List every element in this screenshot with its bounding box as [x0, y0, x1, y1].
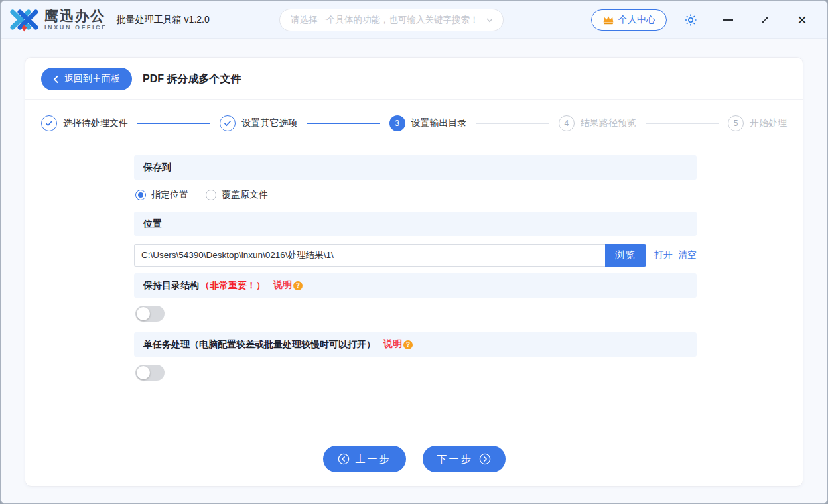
personal-center-button[interactable]: 个人中心 — [591, 9, 667, 31]
step-4-number: 4 — [559, 115, 575, 131]
keep-structure-section-header: 保持目录结构 （非常重要！） 说明 ? — [134, 273, 697, 298]
single-task-title: 单任务处理（电脑配置较差或批量处理较慢时可以打开） — [143, 339, 376, 351]
output-path-input[interactable] — [134, 244, 605, 267]
brand-name-cn: 鹰迅办公 — [44, 9, 107, 23]
close-button[interactable]: × — [789, 7, 815, 33]
step-4-label: 结果路径预览 — [581, 117, 636, 129]
search-placeholder: 请选择一个具体的功能，也可输入关键字搜索！ — [291, 14, 482, 26]
open-folder-link[interactable]: 打开 — [654, 249, 673, 261]
toggle-knob — [137, 366, 150, 379]
radio-specified-location[interactable]: 指定位置 — [135, 189, 188, 201]
step-1-done-icon — [41, 115, 57, 131]
radio-unselected-icon — [206, 190, 216, 200]
keep-structure-title: 保持目录结构 — [143, 280, 199, 292]
crown-icon — [602, 15, 614, 25]
save-to-section-header: 保存到 — [134, 155, 697, 180]
step-1-select-files: 选择待处理文件 — [41, 115, 128, 131]
app-window: 鹰迅办公 INXUN OFFICE 批量处理工具箱 v1.2.0 请选择一个具体… — [0, 0, 828, 504]
wizard-footer: 上一步 下一步 — [25, 436, 803, 486]
resize-diagonal-icon — [760, 15, 770, 25]
save-to-options: 指定位置 覆盖原文件 — [134, 188, 697, 212]
step-2-other-options: 设置其它选项 — [220, 115, 297, 131]
prev-step-button[interactable]: 上一步 — [323, 446, 406, 472]
keep-structure-warning: （非常重要！） — [200, 280, 265, 292]
settings-button[interactable] — [677, 7, 704, 33]
next-step-button[interactable]: 下一步 — [423, 446, 506, 472]
radio-selected-icon — [135, 190, 146, 200]
step-indicator: 选择待处理文件 设置其它选项 3 设置输出目录 4 结果路径预览 5 — [25, 100, 803, 145]
step-5-start: 5 开始处理 — [728, 115, 787, 131]
step-connector — [137, 123, 210, 124]
gear-icon — [684, 13, 697, 27]
function-search-select[interactable]: 请选择一个具体的功能，也可输入关键字搜索！ — [279, 9, 504, 31]
topbar-right-controls: 个人中心 × — [591, 7, 815, 33]
chevron-left-icon — [53, 75, 59, 84]
toggle-knob — [137, 307, 150, 320]
step-5-number: 5 — [728, 115, 744, 131]
close-icon: × — [797, 12, 807, 28]
topbar: 鹰迅办公 INXUN OFFICE 批量处理工具箱 v1.2.0 请选择一个具体… — [1, 1, 827, 39]
step-connector — [307, 123, 380, 124]
main-card: 返回到主面板 PDF 拆分成多个文件 选择待处理文件 设置其它选项 3 — [25, 57, 803, 487]
step-3-number: 3 — [389, 115, 405, 131]
back-button-label: 返回到主面板 — [64, 73, 120, 85]
minimize-icon — [723, 19, 733, 21]
maximize-restore-button[interactable] — [752, 7, 778, 33]
question-mark-icon[interactable]: ? — [403, 340, 413, 349]
keep-structure-help-link[interactable]: 说明 — [273, 279, 292, 292]
radio-overwrite-original[interactable]: 覆盖原文件 — [206, 189, 268, 201]
step-5-label: 开始处理 — [750, 117, 787, 129]
single-task-section-header: 单任务处理（电脑配置较差或批量处理较慢时可以打开） 说明 ? — [134, 332, 697, 357]
location-section-header: 位置 — [134, 212, 697, 236]
logo-x-icon — [10, 8, 39, 32]
radio-overwrite-original-label: 覆盖原文件 — [222, 189, 268, 201]
circle-chevron-left-icon — [338, 453, 350, 465]
back-to-dashboard-button[interactable]: 返回到主面板 — [41, 68, 132, 90]
clear-path-link[interactable]: 清空 — [678, 249, 697, 261]
personal-center-label: 个人中心 — [618, 14, 656, 26]
step-1-label: 选择待处理文件 — [63, 117, 128, 129]
step-2-done-icon — [220, 115, 236, 131]
step-2-label: 设置其它选项 — [242, 117, 297, 129]
card-header: 返回到主面板 PDF 拆分成多个文件 — [25, 58, 803, 100]
save-to-title: 保存到 — [143, 162, 171, 174]
app-title: 批量处理工具箱 v1.2.0 — [117, 14, 210, 26]
chevron-down-icon — [486, 16, 494, 24]
radio-specified-location-label: 指定位置 — [151, 189, 188, 201]
circle-chevron-right-icon — [479, 453, 491, 465]
step-3-label: 设置输出目录 — [411, 117, 467, 129]
location-title: 位置 — [143, 218, 162, 230]
step-3-output-dir: 3 设置输出目录 — [389, 115, 467, 131]
page-title: PDF 拆分成多个文件 — [143, 72, 241, 86]
output-settings-form: 保存到 指定位置 覆盖原文件 位置 浏览 打开 清空 — [134, 155, 697, 391]
location-path-row: 浏览 打开 清空 — [134, 244, 697, 267]
step-connector — [476, 123, 549, 124]
next-step-label: 下一步 — [437, 453, 473, 466]
keep-structure-toggle[interactable] — [135, 306, 165, 322]
question-mark-icon[interactable]: ? — [293, 281, 303, 290]
step-connector — [646, 123, 719, 124]
browse-button[interactable]: 浏览 — [605, 244, 646, 267]
single-task-toggle[interactable] — [135, 365, 165, 381]
app-logo: 鹰迅办公 INXUN OFFICE — [10, 8, 107, 32]
prev-step-label: 上一步 — [356, 453, 391, 466]
step-4-result-preview: 4 结果路径预览 — [559, 115, 636, 131]
brand-name-en: INXUN OFFICE — [44, 25, 107, 31]
minimize-button[interactable] — [715, 7, 741, 33]
single-task-help-link[interactable]: 说明 — [383, 338, 402, 351]
